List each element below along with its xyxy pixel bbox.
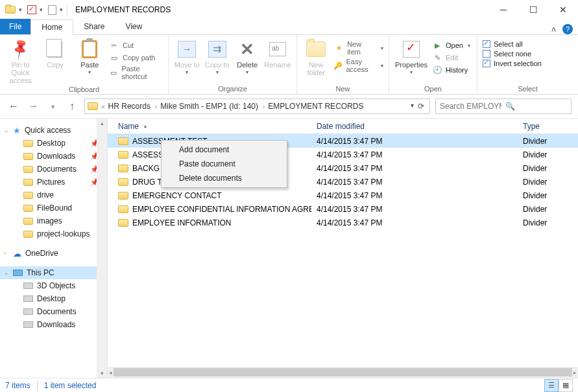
rename-icon xyxy=(269,42,286,56)
file-date: 4/14/2015 3:47 PM xyxy=(311,218,518,227)
file-name: EMERGENCY CONTACT xyxy=(132,191,222,200)
column-name[interactable]: Name xyxy=(113,122,311,131)
column-headers[interactable]: Name Date modified Type xyxy=(108,119,578,134)
clipboard-icon xyxy=(82,40,97,58)
view-details-button[interactable]: ☰ xyxy=(544,379,559,392)
new-folder-button[interactable]: New folder xyxy=(302,38,330,76)
new-item-button[interactable]: New item▾ xyxy=(333,40,383,56)
ribbon-tabs: File Home Share View ʌ ? xyxy=(0,19,578,35)
sidebar-scrollbar[interactable]: ▴▾ xyxy=(97,119,107,378)
forward-button[interactable]: → xyxy=(26,99,40,113)
qat-dropdown-2[interactable]: ▾ xyxy=(40,6,43,13)
copy-to-button[interactable]: ⇉ Copy to▾ xyxy=(204,38,230,76)
tab-home[interactable]: Home xyxy=(30,19,73,35)
tree-qa-item[interactable]: drive xyxy=(0,189,107,202)
column-date[interactable]: Date modified xyxy=(311,122,518,131)
tree-pc-item[interactable]: 3D Objects xyxy=(0,279,107,292)
file-type: Divider xyxy=(518,164,578,173)
ctx-delete-documents[interactable]: Delete documents xyxy=(163,171,285,185)
recent-locations-button[interactable]: ▾ xyxy=(45,99,60,113)
tab-share[interactable]: Share xyxy=(73,19,115,34)
open-button[interactable]: ▶Open▾ xyxy=(432,40,470,51)
file-row[interactable]: EMPLOYEE INFORMATION4/14/2015 3:47 PMDiv… xyxy=(108,216,578,229)
qat-dropdown-3[interactable]: ▾ xyxy=(60,6,63,13)
search-box[interactable]: Search EMPLOYMENT RECOR 🔍 xyxy=(435,98,572,114)
help-icon[interactable]: ? xyxy=(562,24,573,34)
view-large-icons-button[interactable]: ▦ xyxy=(559,379,573,392)
history-button[interactable]: History xyxy=(432,65,470,75)
move-to-button[interactable]: → Move to▾ xyxy=(174,38,200,76)
star-icon: ★ xyxy=(13,126,21,135)
close-button[interactable]: ✕ xyxy=(548,0,578,19)
title-bar: ▾ ▾ ▾ EMPLOYMENT RECORDS ─ ☐ ✕ xyxy=(0,0,578,19)
edit-button[interactable]: Edit xyxy=(432,52,470,63)
select-none-button[interactable]: Select none xyxy=(483,50,542,58)
minimize-button[interactable]: ─ xyxy=(488,0,518,19)
history-dropdown[interactable]: « xyxy=(99,103,107,110)
paste-shortcut-button[interactable]: ▭Paste shortcut xyxy=(109,65,163,80)
refresh-button[interactable]: ⟳ xyxy=(418,102,424,111)
file-row[interactable]: EMERGENCY CONTACT4/14/2015 3:47 PMDivide… xyxy=(108,189,578,202)
tree-quick-access[interactable]: ⌄★Quick access xyxy=(0,124,107,137)
delete-label: Delete xyxy=(237,61,258,69)
address-bar[interactable]: « HR Records› Mike Smith - EMP1 (Id: 140… xyxy=(84,98,430,114)
tree-qa-item[interactable]: Documents📌 xyxy=(0,163,107,176)
new-folder-label: New folder xyxy=(302,61,330,76)
tree-qa-item[interactable]: images xyxy=(0,214,107,227)
horizontal-scrollbar[interactable]: ◂▸ xyxy=(108,367,578,378)
rename-button[interactable]: Rename xyxy=(264,38,291,69)
tree-qa-item[interactable]: Downloads📌 xyxy=(0,150,107,163)
invert-selection-button[interactable]: Invert selection xyxy=(483,60,542,67)
copy-button[interactable]: Copy xyxy=(40,38,70,69)
tree-qa-item[interactable]: project-lookups xyxy=(0,227,107,240)
file-type: Divider xyxy=(518,205,578,214)
paste-button[interactable]: Paste ▾ xyxy=(75,38,105,76)
tab-view[interactable]: View xyxy=(115,19,152,34)
up-button[interactable]: ↑ xyxy=(65,99,79,113)
folder-icon xyxy=(118,219,128,227)
tab-file[interactable]: File xyxy=(0,19,30,34)
folder-icon xyxy=(23,231,33,238)
crumb-0[interactable]: HR Records› xyxy=(108,102,160,111)
pin-to-quick-access-button[interactable]: 📌 Pin to Quick access xyxy=(5,38,36,84)
cut-button[interactable]: Cut xyxy=(109,40,163,51)
properties-icon xyxy=(403,41,420,58)
new-doc-qat-icon[interactable] xyxy=(48,5,56,15)
ctx-add-document[interactable]: Add document xyxy=(163,143,285,157)
invert-selection-icon xyxy=(483,60,490,67)
crumb-2[interactable]: EMPLOYMENT RECORDS xyxy=(268,102,363,111)
move-to-icon: → xyxy=(178,41,196,58)
file-date: 4/14/2015 3:47 PM xyxy=(311,191,518,200)
new-group-label: New xyxy=(302,84,383,93)
tree-pc-item[interactable]: Downloads xyxy=(0,318,107,331)
file-name: EMPLOYEE INFORMATION xyxy=(132,218,231,227)
column-type[interactable]: Type xyxy=(518,122,578,131)
tree-qa-item[interactable]: Pictures📌 xyxy=(0,176,107,189)
crumb-1[interactable]: Mike Smith - EMP1 (Id: 140)› xyxy=(160,102,267,111)
file-row[interactable]: EMPLOYEE CONFIDENTIAL INFORMATION AGREE.… xyxy=(108,202,578,216)
address-dropdown[interactable]: ▾ xyxy=(411,102,414,111)
tree-pc-item[interactable]: Documents xyxy=(0,305,107,318)
properties-qat-icon[interactable] xyxy=(27,5,36,14)
tree-pc-item[interactable]: Desktop xyxy=(0,292,107,305)
tree-onedrive[interactable]: ›☁OneDrive xyxy=(0,247,107,260)
copy-path-button[interactable]: ▭Copy path xyxy=(109,52,163,63)
delete-button[interactable]: ✕ Delete▾ xyxy=(234,38,260,76)
select-all-button[interactable]: Select all xyxy=(483,40,542,48)
back-button[interactable]: ← xyxy=(6,99,21,113)
tree-this-pc[interactable]: ⌄This PC xyxy=(0,266,107,279)
qat-dropdown-1[interactable]: ▾ xyxy=(19,6,22,13)
paste-shortcut-icon: ▭ xyxy=(109,67,118,78)
tree-qa-item[interactable]: Desktop📌 xyxy=(0,137,107,150)
properties-button[interactable]: Properties▾ xyxy=(394,38,428,76)
collapse-ribbon-button[interactable]: ʌ xyxy=(551,25,556,34)
maximize-button[interactable]: ☐ xyxy=(518,0,548,19)
ctx-paste-document[interactable]: Paste document xyxy=(163,157,285,171)
tree-qa-item[interactable]: FileBound xyxy=(0,202,107,214)
easy-access-button[interactable]: 🔑Easy access▾ xyxy=(333,58,383,73)
rename-label: Rename xyxy=(264,61,291,69)
new-folder-icon xyxy=(306,41,326,57)
navigation-pane[interactable]: ⌄★Quick access Desktop📌Downloads📌Documen… xyxy=(0,119,108,378)
file-type: Divider xyxy=(518,150,578,159)
copy-to-icon: ⇉ xyxy=(208,41,226,58)
